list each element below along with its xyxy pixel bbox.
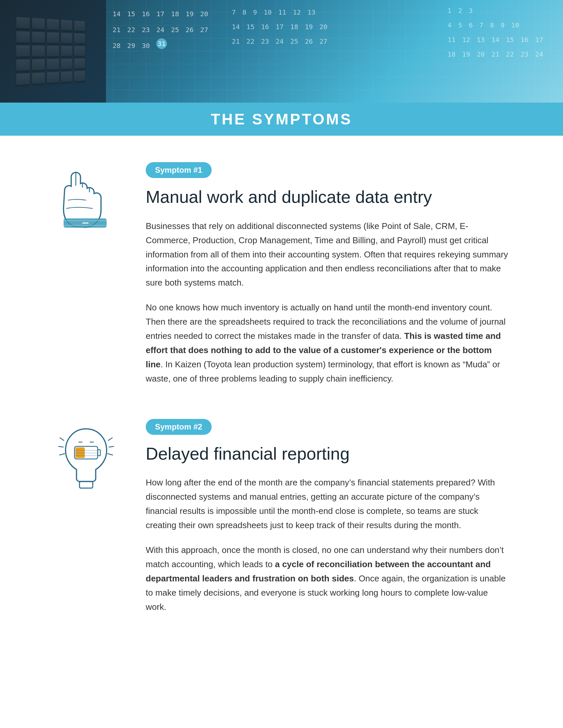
symptom-1-para1: Businesses that rely on additional disco… xyxy=(146,219,510,290)
head-battery-icon xyxy=(55,422,117,495)
symptom-1-content: Symptom #1 Manual work and duplicate dat… xyxy=(146,162,510,386)
svg-line-19 xyxy=(108,454,113,455)
symptom-1-heading: Manual work and duplicate data entry xyxy=(146,187,510,207)
symptom-2-icon-column xyxy=(53,419,119,495)
symptom-1-para2-end: . In Kaizen (Toyota lean production syst… xyxy=(146,359,500,384)
main-content: Symptom #1 Manual work and duplicate dat… xyxy=(0,136,563,673)
symptoms-title: THE SYMPTOMS xyxy=(211,110,352,128)
svg-rect-7 xyxy=(79,481,93,488)
symptom-1-icon-column xyxy=(53,162,119,238)
symptom-2-body: How long after the end of the month are … xyxy=(146,476,510,614)
svg-line-18 xyxy=(109,446,114,447)
symptom-2-heading: Delayed financial reporting xyxy=(146,444,510,464)
symptoms-banner: THE SYMPTOMS xyxy=(0,103,563,136)
symptom-2-para2: With this approach, once the month is cl… xyxy=(146,543,510,614)
symptom-2-section: Symptom #2 Delayed financial reporting H… xyxy=(53,419,510,614)
symptom-1-para2: No one knows how much inventory is actua… xyxy=(146,300,510,386)
svg-line-17 xyxy=(108,438,112,440)
symptom-2-para1: How long after the end of the month are … xyxy=(146,476,510,532)
svg-rect-10 xyxy=(75,447,85,458)
svg-line-16 xyxy=(60,454,65,455)
hand-icon xyxy=(55,165,117,238)
svg-line-14 xyxy=(60,438,64,440)
symptom-1-badge: Symptom #1 xyxy=(146,162,211,178)
svg-line-15 xyxy=(59,446,63,447)
header-background: 14151617181920 21222324252627 28293031 7… xyxy=(0,0,563,103)
symptom-2-badge: Symptom #2 xyxy=(146,419,211,435)
symptom-1-section: Symptom #1 Manual work and duplicate dat… xyxy=(53,162,510,386)
symptom-1-body: Businesses that rely on additional disco… xyxy=(146,219,510,386)
svg-rect-9 xyxy=(98,450,100,456)
calendar-decoration: 14151617181920 21222324252627 28293031 7… xyxy=(0,0,563,103)
symptom-2-content: Symptom #2 Delayed financial reporting H… xyxy=(146,419,510,614)
